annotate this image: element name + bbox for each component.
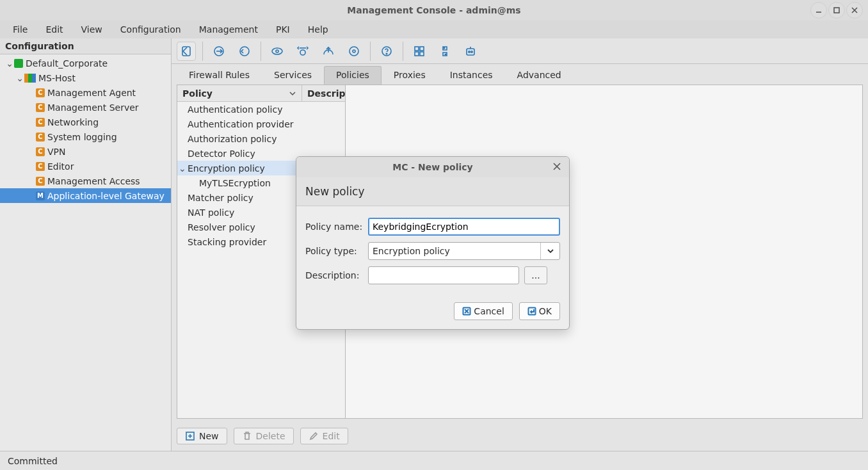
toolbar-btn-revert[interactable]	[235, 42, 254, 61]
policy-actions: New Delete Edit	[172, 424, 868, 451]
menu-pki[interactable]: PKI	[267, 22, 299, 36]
description-browse-button[interactable]: ...	[524, 266, 547, 284]
tree-item-label: Management Server	[47, 102, 139, 113]
tree-item-mgmt-agent[interactable]: CManagement Agent	[0, 85, 171, 100]
component-icon: C	[36, 162, 45, 171]
toolbar-separator	[202, 42, 203, 61]
toolbar-btn-view[interactable]	[268, 42, 287, 61]
cancel-button[interactable]: Cancel	[454, 302, 512, 320]
new-button[interactable]: New	[177, 428, 227, 444]
tree-item-vpn[interactable]: CVPN	[0, 144, 171, 159]
policy-name-input[interactable]	[368, 218, 560, 236]
maximize-button[interactable]	[828, 2, 845, 19]
tree-site[interactable]: ⌄ Default_Corporate	[0, 56, 171, 70]
policy-row[interactable]: Authorization policy	[177, 131, 345, 146]
svg-point-14	[386, 53, 387, 54]
tree-item-app-gateway[interactable]: MApplication-level Gateway	[0, 188, 171, 203]
policy-row-label: NAT policy	[188, 207, 234, 218]
tree-item-networking[interactable]: CNetworking	[0, 115, 171, 129]
policy-col-policy-label: Policy	[182, 88, 213, 99]
chevron-down-icon: ⌄	[179, 163, 188, 174]
tree-host-label: MS-Host	[38, 73, 76, 83]
tree-item-label: Networking	[47, 117, 99, 127]
ok-button[interactable]: OK	[519, 302, 560, 320]
status-bar: Committed	[0, 451, 868, 470]
minimize-button[interactable]	[810, 2, 827, 19]
svg-point-22	[469, 51, 470, 52]
tab-services[interactable]: Services	[262, 66, 324, 85]
toolbar-btn-target[interactable]	[344, 42, 364, 61]
policy-row-label: Authentication provider	[188, 119, 294, 129]
policy-desc-input[interactable]	[368, 266, 519, 284]
policy-row-label: Stacking provider	[188, 237, 266, 247]
component-icon: C	[36, 118, 45, 127]
policy-col-policy[interactable]: Policy	[177, 85, 302, 101]
close-button[interactable]	[846, 2, 863, 19]
dialog-title: MC - New policy	[392, 162, 472, 172]
toolbar	[172, 38, 868, 64]
svg-point-12	[353, 50, 355, 53]
menu-file[interactable]: File	[4, 22, 36, 36]
svg-point-9	[300, 50, 305, 55]
menu-configuration[interactable]: Configuration	[111, 22, 190, 36]
svg-point-11	[350, 47, 358, 56]
component-icon: C	[36, 177, 45, 186]
policy-list-header: Policy Description	[177, 85, 345, 102]
toolbar-btn-robot[interactable]	[461, 42, 480, 61]
policy-type-select[interactable]: Encryption policy	[368, 242, 560, 260]
policy-row-label: Encryption policy	[188, 163, 265, 174]
tree-host[interactable]: ⌄ MS-Host	[0, 70, 171, 85]
edit-button-label: Edit	[323, 431, 340, 441]
menu-bar: File Edit View Configuration Management …	[0, 20, 868, 38]
policy-row-label: Authentication policy	[188, 104, 282, 115]
content-tabs: Firewall Rules Services Policies Proxies…	[172, 64, 868, 85]
svg-rect-16	[420, 47, 424, 51]
menu-edit[interactable]: Edit	[36, 22, 72, 36]
toolbar-separator	[370, 42, 371, 61]
toolbar-separator	[403, 42, 403, 61]
plus-icon	[185, 431, 195, 441]
policy-row-label: Authorization policy	[188, 134, 277, 144]
tree-site-label: Default_Corporate	[26, 58, 108, 69]
menu-view[interactable]: View	[72, 22, 111, 36]
toolbar-btn-python[interactable]	[435, 42, 454, 61]
tree-item-mgmt-server[interactable]: CManagement Server	[0, 100, 171, 115]
chevron-down-icon[interactable]	[540, 243, 559, 259]
dialog-actions: Cancel OK	[296, 297, 569, 329]
menu-help[interactable]: Help	[299, 22, 337, 36]
menu-management[interactable]: Management	[190, 22, 267, 36]
svg-rect-17	[415, 52, 419, 56]
policy-row[interactable]: Authentication policy	[177, 102, 345, 117]
tree-item-editor[interactable]: CEditor	[0, 159, 171, 174]
policy-name-label: Policy name:	[305, 222, 363, 232]
tree-item-label: VPN	[47, 147, 66, 157]
delete-button[interactable]: Delete	[234, 428, 294, 444]
edit-button[interactable]: Edit	[300, 428, 348, 444]
tab-proxies[interactable]: Proxies	[382, 66, 438, 85]
toolbar-btn-upload[interactable]	[319, 42, 338, 61]
chevron-down-icon: ⌄	[15, 73, 24, 83]
tab-advanced[interactable]: Advanced	[505, 66, 574, 85]
dialog-header: New policy	[296, 177, 569, 206]
new-policy-dialog: MC - New policy New policy Policy name: …	[296, 156, 570, 330]
dialog-close-button[interactable]	[552, 162, 563, 172]
config-tree: ⌄ Default_Corporate ⌄ MS-Host CManagemen…	[0, 54, 171, 451]
tree-item-mgmt-access[interactable]: CManagement Access	[0, 174, 171, 188]
tree-item-label: System logging	[47, 132, 117, 142]
toolbar-btn-settings-swap[interactable]	[293, 42, 312, 61]
window-titlebar: Management Console - admin@ms	[0, 0, 868, 20]
tab-instances[interactable]: Instances	[438, 66, 505, 85]
toolbar-btn-grid[interactable]	[410, 42, 429, 61]
host-icon	[24, 74, 36, 83]
tree-item-label: Management Access	[47, 176, 140, 186]
tree-item-syslog[interactable]: CSystem logging	[0, 129, 171, 144]
svg-point-8	[276, 50, 278, 53]
policy-row[interactable]: Authentication provider	[177, 117, 345, 131]
toolbar-btn-help[interactable]	[377, 42, 396, 61]
tab-firewall-rules[interactable]: Firewall Rules	[177, 66, 262, 85]
toolbar-btn-commit[interactable]	[209, 42, 229, 61]
policy-type-value: Encryption policy	[369, 246, 540, 256]
toolbar-btn-back[interactable]	[177, 42, 196, 61]
policy-desc-label: Description:	[305, 270, 363, 280]
tab-policies[interactable]: Policies	[324, 66, 382, 85]
